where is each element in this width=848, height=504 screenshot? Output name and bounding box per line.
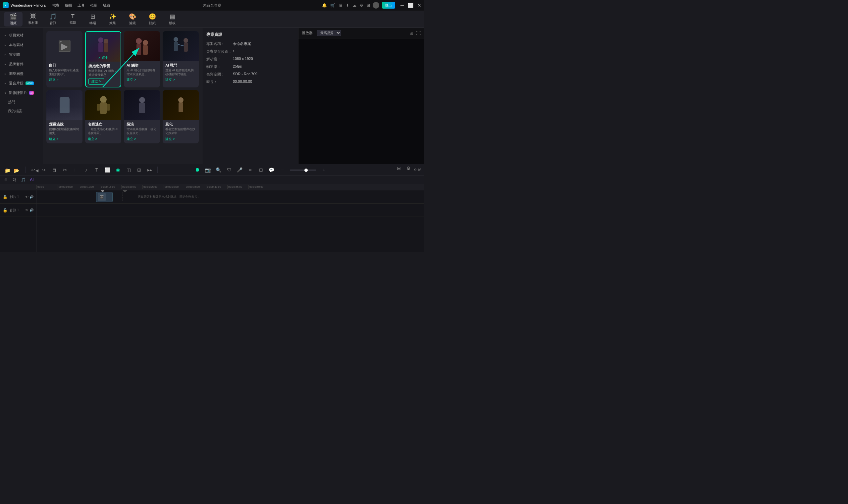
tool-audio[interactable]: 🎵 音訊 xyxy=(44,12,62,26)
grid-view-icon[interactable]: ⊞ xyxy=(409,31,413,36)
ruler-mark-9: 00:00:45:00 xyxy=(227,185,248,189)
mask-icon[interactable]: ◫ xyxy=(124,166,133,174)
tl-add-track-icon[interactable]: ⊕ xyxy=(3,177,9,183)
tool-transition[interactable]: ⊞ 轉場 xyxy=(84,12,102,26)
media-card-custom[interactable]: ⬛ ▶ 白訂 輸入影像和提示以產生生動的影片。 建立 > xyxy=(46,31,83,87)
download-icon[interactable]: ⬇ xyxy=(346,3,349,7)
info-label-colorspace: 色彩空間： xyxy=(206,72,233,77)
ruler-mark-10: 00:00:50:00 xyxy=(248,185,270,189)
track-audio-eye-icon[interactable]: 👁 xyxy=(25,208,29,212)
template-icon: ▦ xyxy=(170,13,175,20)
menu-edit[interactable]: 編輯 xyxy=(65,3,72,8)
zoom-out-icon[interactable]: − xyxy=(278,166,286,174)
playhead[interactable] xyxy=(103,191,103,252)
tl-audio-track-icon[interactable]: 🎵 xyxy=(20,177,26,183)
menu-bar: 檔案 編輯 工具 視圖 幫助 xyxy=(52,3,110,8)
ruler-mark-7: 00:00:35:00 xyxy=(185,185,206,189)
fullscreen-icon[interactable]: ⛶ xyxy=(416,31,421,36)
settings-icon[interactable]: ⚙ xyxy=(360,3,364,7)
card-info-fight: AI 戰鬥 透過 AI 動作創造氣勢磅礴的戰鬥場面。 建立 > xyxy=(163,61,199,84)
store-icon[interactable]: 🛒 xyxy=(330,3,335,7)
tool-title[interactable]: T 標題 xyxy=(64,12,82,26)
more-icon[interactable]: ▸▸ xyxy=(145,166,154,174)
media-card-dune[interactable]: 風化 看著您創造的世界在沙化效果中... 建立 > xyxy=(163,90,199,143)
snapshot-icon[interactable]: 📷 xyxy=(204,166,212,174)
sidebar-item-adjust[interactable]: ▸ 調整層疊 xyxy=(0,69,43,78)
quality-select[interactable]: 最高品質 高品質 中品質 xyxy=(317,30,341,36)
card-create-dune[interactable]: 建立 > xyxy=(165,137,196,141)
sidebar-item-ai-video[interactable]: ▾ 影像賺影片 AI xyxy=(0,88,43,98)
timeline-content[interactable]: 🎬 + 將媒體素材和效果拖地到此處，開始創作影片。 xyxy=(36,191,424,252)
ai-enhance-icon[interactable]: ⊡ xyxy=(257,166,265,174)
close-button[interactable]: ✕ xyxy=(417,3,421,8)
tool-filter[interactable]: 🎨 濾鏡 xyxy=(123,12,142,26)
media-card-fog[interactable]: 煙霧逃脫 使用秘密煙霧技術瞬間消失。 建立 > xyxy=(46,90,83,143)
svg-rect-21 xyxy=(179,102,183,112)
audio-detach-icon[interactable]: ♪ xyxy=(82,166,90,174)
track-eye-icon[interactable]: 👁 xyxy=(25,195,29,199)
caption-icon[interactable]: 💬 xyxy=(267,166,276,174)
export-button[interactable]: 匯出 xyxy=(382,2,395,8)
sidebar-item-project[interactable]: ▸ 項目素材 xyxy=(0,31,43,40)
split-icon[interactable]: ⊢ xyxy=(71,166,80,174)
minimize-button[interactable]: ─ xyxy=(401,3,404,8)
tool-effect[interactable]: ✨ 效果 xyxy=(103,12,122,26)
info-label-path: 專案儲存位置： xyxy=(206,49,233,54)
tool-media[interactable]: 🖼 素材庫 xyxy=(24,12,42,26)
menu-view[interactable]: 視圖 xyxy=(90,3,98,8)
svg-point-11 xyxy=(183,38,188,43)
zoom-in-icon[interactable]: + xyxy=(320,166,328,174)
tl-link-icon[interactable]: ⛓ xyxy=(11,177,18,183)
sidebar-item-local[interactable]: ▸ 本地素材 xyxy=(0,40,43,50)
card-create-kiss[interactable]: 建立 > xyxy=(126,77,157,82)
transform-icon[interactable]: ⊞ xyxy=(135,166,143,174)
mic-icon[interactable]: 🎤 xyxy=(235,166,244,174)
settings-icon2[interactable]: ⚙ xyxy=(404,164,413,173)
zoom-slider[interactable] xyxy=(290,169,316,170)
notification-icon[interactable]: 🔔 xyxy=(322,3,327,7)
cloud-icon[interactable]: ☁ xyxy=(352,3,356,7)
info-label-duration: 時長： xyxy=(206,79,233,85)
card-create-wanted[interactable]: 建立 > xyxy=(88,137,119,141)
media-card-fight[interactable]: AI 戰鬥 透過 AI 動作創造氣勢磅礴的戰鬥場面。 建立 > xyxy=(163,31,199,87)
eq-icon[interactable]: ≈ xyxy=(246,166,255,174)
sidebar-item-compound[interactable]: ▸ 還合片段 NEW xyxy=(0,78,43,88)
crop-icon[interactable]: ⬜ xyxy=(103,166,112,174)
media-card-wanted[interactable]: 名案逃亡 一鍵生成感心動魄的 AI 逃脫場景。 建立 > xyxy=(85,90,121,143)
card-create-tear[interactable]: 建立 > xyxy=(126,137,157,141)
media-card-love[interactable]: ✓ 選中 擁抱您的摯愛 創建完美的 AI 相抱，捕捉浪漫氣息。 建立 > xyxy=(85,31,121,87)
media-card-tear[interactable]: 裂浪 增添鏡異感數據，強化視覺張力。 建立 > xyxy=(124,90,160,143)
card-create-custom[interactable]: 建立 > xyxy=(49,77,80,82)
delete-icon[interactable]: 🗑 xyxy=(50,166,59,174)
zoom-icon[interactable]: 🔍 xyxy=(214,166,223,174)
video-clip[interactable]: 🎬 xyxy=(96,192,113,202)
sidebar-item-hot[interactable]: 熱門 xyxy=(0,98,43,107)
tool-template[interactable]: ▦ 模板 xyxy=(163,12,181,26)
cut-icon[interactable]: ✂ xyxy=(60,166,69,174)
user-avatar[interactable] xyxy=(373,2,379,8)
tl-ai-icon[interactable]: AI xyxy=(29,177,35,183)
list-view-icon[interactable]: ⊟ xyxy=(394,164,403,173)
tool-sticker[interactable]: 😊 貼紙 xyxy=(143,12,162,26)
menu-help[interactable]: 幫助 xyxy=(103,3,110,8)
tool-video[interactable]: 🎬 視頻 xyxy=(4,12,22,26)
sidebar-item-brand[interactable]: ▸ 品牌套件 xyxy=(0,59,43,69)
shield-icon[interactable]: 🛡 xyxy=(225,166,233,174)
card-create-love[interactable]: 建立 > xyxy=(88,78,104,85)
menu-file[interactable]: 檔案 xyxy=(52,3,60,8)
maximize-button[interactable]: ⬜ xyxy=(408,3,413,8)
media-card-kiss[interactable]: AI 觸吻 用 AI 精心打造的觸吻增添浪漫氣息。 建立 > xyxy=(124,31,160,87)
drop-zone[interactable]: 將媒體素材和效果拖地到此處，開始創作影片。 xyxy=(123,192,215,202)
track-volume-icon[interactable]: 🔊 xyxy=(30,195,33,199)
card-create-fog[interactable]: 建立 > xyxy=(49,137,80,141)
sidebar-item-cloud[interactable]: ▸ 雲空間 xyxy=(0,50,43,59)
sidebar-item-my-files[interactable]: 我的檔案 xyxy=(0,107,43,115)
grid-icon[interactable]: ⊞ xyxy=(367,3,370,7)
track-audio-vol-icon[interactable]: 🔊 xyxy=(30,208,33,212)
monitor-icon[interactable]: 🖥 xyxy=(338,3,342,7)
record-icon[interactable]: ⏺ xyxy=(193,166,202,174)
text-icon[interactable]: T xyxy=(92,166,101,174)
menu-tools[interactable]: 工具 xyxy=(77,3,85,8)
card-create-fight[interactable]: 建立 > xyxy=(165,77,196,82)
color-icon[interactable]: ◉ xyxy=(113,166,122,174)
